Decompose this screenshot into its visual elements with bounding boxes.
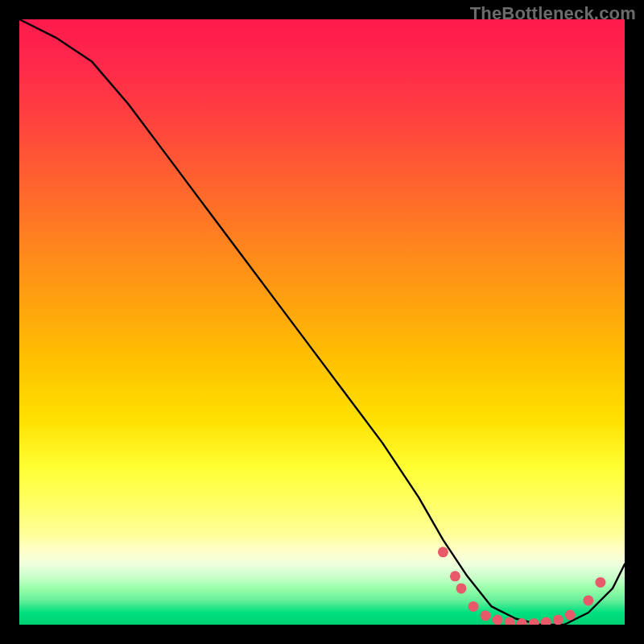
marker-dot — [583, 595, 593, 605]
marker-dot — [456, 583, 467, 593]
chart-frame: TheBottleneck.com — [0, 0, 644, 644]
marker-dot — [481, 610, 491, 621]
marker-dot — [553, 615, 564, 625]
marker-dot — [595, 577, 605, 588]
curve-line — [19, 19, 625, 625]
marker-dot — [541, 617, 551, 625]
marker-dot — [438, 547, 448, 557]
marker-dot — [529, 618, 539, 625]
marker-dot — [469, 601, 479, 612]
plot-area — [19, 19, 625, 625]
watermark-text: TheBottleneck.com — [470, 3, 636, 24]
marker-dot — [565, 610, 576, 621]
marker-group — [438, 547, 606, 625]
line-chart-svg — [19, 19, 625, 625]
marker-dot — [493, 615, 503, 625]
marker-dot — [450, 571, 460, 581]
